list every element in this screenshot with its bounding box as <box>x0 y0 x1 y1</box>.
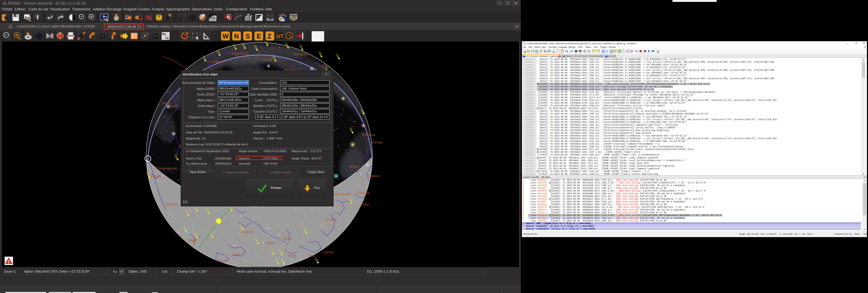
svg-text:Zenith: Zenith <box>262 58 272 62</box>
svg-text:Eridanus: Eridanus <box>362 133 375 137</box>
svg-text:Pictor: Pictor <box>361 203 369 206</box>
svg-text:Bootes: Bootes <box>151 174 161 178</box>
svg-text:Triangulum: Triangulum <box>293 52 310 56</box>
svg-text:Hydra: Hydra <box>266 241 275 245</box>
svg-text:Aries: Aries <box>321 64 329 68</box>
svg-text:Antlia: Antlia <box>287 254 296 258</box>
svg-text:Pyxis: Pyxis <box>283 237 291 241</box>
svg-text:Caelum: Caelum <box>368 174 379 178</box>
svg-text:Ursa mi: Ursa mi <box>166 104 178 108</box>
svg-text:N: N <box>234 33 239 40</box>
svg-text:U: U <box>179 144 181 148</box>
svg-text:3: 3 <box>150 17 152 22</box>
svg-text:Columba: Columba <box>356 191 370 195</box>
svg-text:Virgo: Virgo <box>188 238 196 242</box>
svg-text:FOCUS: FOCUS <box>290 14 298 17</box>
svg-text:S: S <box>246 33 250 40</box>
svg-text:Z: Z <box>268 33 272 40</box>
svg-text:¶: ¶ <box>607 50 608 53</box>
svg-text:E: E <box>257 33 261 40</box>
svg-text:EQ: EQ <box>162 33 165 35</box>
svg-text:CALIB: CALIB <box>209 19 216 22</box>
svg-text:AZ: AZ <box>165 37 169 39</box>
svg-text:0: 0 <box>258 51 260 55</box>
svg-text:W: W <box>222 33 229 40</box>
svg-text:Canes venatic: Canes venatic <box>156 167 177 170</box>
svg-text:Carina: Carina <box>323 251 333 254</box>
svg-text:Cepheus: Cepheus <box>209 60 223 64</box>
svg-text:Crater: Crater <box>231 253 241 257</box>
svg-text:Coma b: Coma b <box>166 202 178 206</box>
svg-text:Vela: Vela <box>309 254 315 258</box>
svg-text:Puppis: Puppis <box>327 218 337 222</box>
svg-text:N: N <box>147 157 149 160</box>
svg-text:1: 1 <box>130 17 131 22</box>
svg-text:Corvus: Corvus <box>218 259 228 263</box>
svg-text:UT: UT <box>277 33 284 39</box>
svg-text:2: 2 <box>140 17 142 22</box>
svg-text:Sextans: Sextans <box>241 230 254 234</box>
svg-text:Lepus: Lepus <box>350 165 359 169</box>
svg-text:Canis major: Canis major <box>333 192 351 196</box>
svg-text:Cassiopeia: Cassiopeia <box>232 52 249 55</box>
svg-text:Fornax: Fornax <box>372 141 383 144</box>
